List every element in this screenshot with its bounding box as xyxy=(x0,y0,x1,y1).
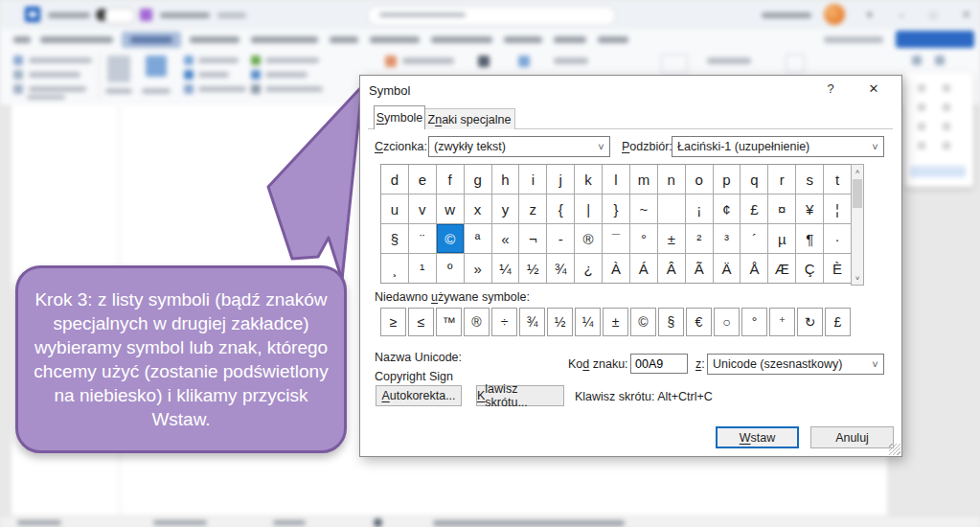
symbol-cell[interactable]: n xyxy=(658,165,685,194)
symbol-cell[interactable]: ¼ xyxy=(492,254,519,283)
recent-symbol-cell[interactable]: ○ xyxy=(714,308,740,336)
recent-symbol-cell[interactable]: § xyxy=(658,308,684,336)
recent-symbol-cell[interactable]: © xyxy=(630,308,656,336)
ribbon-right-icon-2[interactable] xyxy=(935,56,945,65)
tab-korespondencja-blur[interactable] xyxy=(431,36,492,43)
symbol-cell[interactable]: ¨ xyxy=(409,224,436,253)
symbol-cell[interactable]: Â xyxy=(658,254,685,283)
tab-rysowanie-blur[interactable] xyxy=(190,36,239,43)
recent-symbol-cell[interactable]: ⁺ xyxy=(769,308,795,336)
symbol-cell[interactable]: l xyxy=(603,165,629,194)
recent-symbol-cell[interactable]: ¾ xyxy=(519,308,545,336)
recent-symbol-cell[interactable]: ½ xyxy=(547,308,573,336)
symbol-cell[interactable]: Ç xyxy=(796,254,823,283)
symbol-cell[interactable]: ® xyxy=(575,224,602,253)
smartart-icon[interactable] xyxy=(251,56,261,65)
gallery-symbol[interactable] xyxy=(943,142,950,149)
symbol-cell[interactable]: j xyxy=(547,165,574,194)
symbol-cell[interactable]: ¬ xyxy=(519,224,546,253)
word-count-blur[interactable] xyxy=(153,520,207,525)
page-count-blur[interactable] xyxy=(17,520,61,525)
recent-symbol-cell[interactable]: £ xyxy=(825,308,851,336)
symbol-cell[interactable]: ´ xyxy=(741,224,767,253)
recent-symbol-cell[interactable]: ≤ xyxy=(408,308,434,336)
symbol-cell[interactable]: Å xyxy=(741,254,767,283)
symbol-cell[interactable]: m xyxy=(630,165,657,194)
symbol-cell[interactable]: p xyxy=(714,165,741,194)
resize-grip[interactable] xyxy=(889,444,900,455)
symbol-cell[interactable]: ¯ xyxy=(603,224,629,253)
equation-icon[interactable] xyxy=(385,56,397,67)
table-icon[interactable] xyxy=(107,56,130,82)
recent-symbol-cell[interactable]: ™ xyxy=(436,308,462,336)
share-button-blur[interactable] xyxy=(896,31,974,48)
ribbon-options-icon[interactable]: ▾ xyxy=(867,10,873,20)
close-icon[interactable]: ✕ xyxy=(862,81,885,96)
gallery-symbol[interactable] xyxy=(918,84,925,92)
symbol-cell[interactable]: ½ xyxy=(519,254,546,283)
pictures-icon[interactable] xyxy=(146,56,167,77)
cover-page-icon[interactable] xyxy=(13,56,23,65)
symbol-cell[interactable]: ¥ xyxy=(796,195,823,223)
symbol-grid-scrollbar[interactable]: ˄ ˅ xyxy=(851,164,864,286)
symbol-cell[interactable]: Ã xyxy=(686,254,713,283)
symbol-cell[interactable]: ¦ xyxy=(824,195,851,223)
models-3d-icon[interactable] xyxy=(184,84,194,94)
recent-symbol-cell[interactable]: ↻ xyxy=(797,308,823,336)
symbol-cell[interactable]: ± xyxy=(658,224,685,253)
symbol-cell[interactable]: r xyxy=(768,165,795,194)
shortcut-key-button[interactable]: Klawisz skrótu... xyxy=(476,385,564,406)
ribbon-misc-box-2[interactable] xyxy=(786,54,805,73)
symbol-cell[interactable]: £ xyxy=(741,195,767,223)
symbol-cell[interactable]: d xyxy=(381,165,408,194)
restore-icon[interactable]: □ xyxy=(930,10,937,20)
symbol-cell[interactable]: i xyxy=(519,165,546,194)
tab-recenzja-blur[interactable] xyxy=(504,36,542,43)
tab-plik-blur[interactable] xyxy=(13,36,31,43)
screenshot-icon[interactable] xyxy=(251,84,261,94)
avatar[interactable] xyxy=(824,4,845,25)
scroll-down-icon[interactable]: ˅ xyxy=(852,271,863,285)
scrollbar-thumb[interactable] xyxy=(853,179,862,208)
recent-symbol-cell[interactable]: ¼ xyxy=(575,308,601,336)
tab-wstawianie-active[interactable] xyxy=(122,32,181,48)
symbol-cell[interactable]: f xyxy=(437,165,464,194)
symbol-cell[interactable]: e xyxy=(409,165,436,194)
symbol-cell[interactable]: o xyxy=(686,165,713,194)
symbol-cell[interactable]: t xyxy=(824,165,851,194)
recent-symbol-cell[interactable]: € xyxy=(686,308,712,336)
symbol-cell[interactable]: µ xyxy=(768,224,795,253)
gallery-more-symbols-blur[interactable] xyxy=(910,166,966,177)
accessibility-icon[interactable] xyxy=(374,518,382,527)
symbol-cell[interactable]: ~ xyxy=(630,195,657,223)
symbol-cell[interactable]: ¶ xyxy=(796,224,823,253)
symbol-cell[interactable]: ¸ xyxy=(381,254,408,283)
symbol-cell[interactable]: © xyxy=(437,224,464,253)
symbol-cell[interactable]: « xyxy=(492,224,519,253)
ribbon-misc-icon-1[interactable] xyxy=(518,56,530,67)
symbol-cell[interactable]: ° xyxy=(630,224,657,253)
page-break-icon[interactable] xyxy=(13,84,23,94)
symbol-cell[interactable]: Æ xyxy=(768,254,795,283)
symbol-cell[interactable]: } xyxy=(603,195,629,223)
symbol-cell[interactable]: ¢ xyxy=(714,195,741,223)
chart-icon[interactable] xyxy=(251,70,261,80)
gallery-symbol[interactable] xyxy=(918,123,925,130)
cancel-button[interactable]: Anuluj xyxy=(810,426,894,448)
status-item-blur[interactable] xyxy=(273,520,306,525)
ribbon-right-icon-1[interactable] xyxy=(912,56,922,65)
symbol-cell[interactable] xyxy=(658,195,685,223)
symbol-cell[interactable]: ¾ xyxy=(547,254,574,283)
symbol-cell[interactable]: º xyxy=(437,254,464,283)
recent-symbol-cell[interactable]: ® xyxy=(464,308,490,336)
font-select[interactable]: (zwykły tekst) ˅ xyxy=(428,136,610,157)
symbol-cell[interactable]: u xyxy=(381,195,408,223)
tab-widok-blur[interactable] xyxy=(554,36,586,43)
close-window-icon[interactable]: ✕ xyxy=(962,10,970,20)
gallery-symbol[interactable] xyxy=(943,84,950,92)
symbol-cell[interactable]: ¡ xyxy=(686,195,713,223)
symbol-cell[interactable]: ² xyxy=(686,224,713,253)
symbol-cell[interactable]: · xyxy=(824,224,851,253)
symbol-cell[interactable]: g xyxy=(465,165,491,194)
scroll-up-icon[interactable]: ˄ xyxy=(852,165,863,178)
